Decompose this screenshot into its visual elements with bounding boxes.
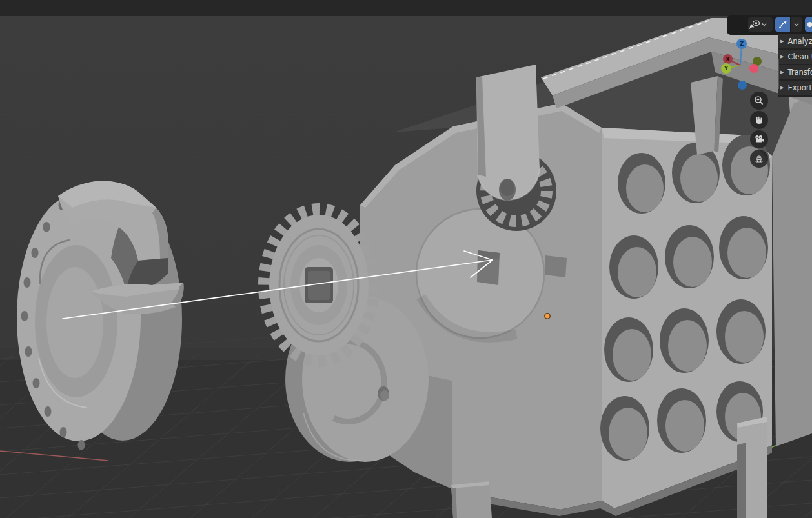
foot-right bbox=[737, 417, 767, 518]
pan-button[interactable] bbox=[750, 111, 768, 129]
camera-view-button[interactable] bbox=[750, 130, 768, 148]
foot-front bbox=[451, 481, 492, 518]
sidebar-scroll-indicator[interactable] bbox=[778, 59, 779, 89]
spur-gear bbox=[265, 210, 373, 361]
sidebar-item-label: Analyze bbox=[787, 37, 812, 46]
object-origin-dot[interactable] bbox=[545, 314, 550, 319]
collapse-triangle-icon: ▶ bbox=[780, 70, 784, 75]
sidebar-item-export[interactable]: ▶ Export bbox=[778, 81, 812, 95]
perspective-grid-button[interactable] bbox=[750, 150, 768, 168]
overlays-dropdown-button[interactable] bbox=[791, 17, 802, 32]
gizmo-axis-x[interactable]: X bbox=[723, 54, 733, 64]
flange-hook bbox=[17, 181, 184, 450]
viewport-tools bbox=[750, 92, 768, 169]
blender-viewport: ▶ Analyze ▶ Clean Up ▶ Transform ▶ Expor… bbox=[0, 0, 812, 518]
grid-plane-icon bbox=[754, 154, 764, 164]
shading-mode-button[interactable] bbox=[805, 17, 812, 32]
navigation-gizmo[interactable]: X Z Y bbox=[707, 34, 778, 95]
collapse-triangle-icon: ▶ bbox=[780, 54, 784, 59]
sidebar-panel: ▶ Analyze ▶ Clean Up ▶ Transform ▶ Expor… bbox=[778, 34, 812, 97]
arc-arrow-icon bbox=[778, 19, 788, 30]
chevron-down-icon bbox=[761, 22, 767, 27]
sidebar-item-label: Transform bbox=[787, 68, 812, 77]
gizmo-eye-icon bbox=[748, 19, 761, 30]
show-overlays-button[interactable] bbox=[775, 17, 790, 32]
movie-camera-icon bbox=[754, 134, 764, 144]
magnifier-plus-icon bbox=[754, 95, 764, 106]
zoom-button[interactable] bbox=[750, 92, 768, 110]
sidebar-item-clean-up[interactable]: ▶ Clean Up bbox=[778, 50, 812, 64]
topbar bbox=[0, 0, 812, 16]
sidebar-item-label: Export bbox=[787, 83, 812, 92]
gizmo-axis-y[interactable]: Y bbox=[721, 63, 731, 74]
collapse-triangle-icon: ▶ bbox=[780, 39, 784, 44]
hand-icon bbox=[754, 115, 764, 125]
gizmo-axis-z[interactable]: Z bbox=[736, 39, 747, 49]
collapse-triangle-icon: ▶ bbox=[780, 85, 784, 90]
sphere-icon bbox=[805, 19, 812, 30]
sidebar-item-label: Clean Up bbox=[787, 52, 812, 61]
chevron-down-icon bbox=[793, 22, 800, 27]
scene-3d bbox=[0, 0, 812, 518]
sidebar-item-analyze[interactable]: ▶ Analyze bbox=[778, 34, 812, 48]
show-gizmos-button[interactable] bbox=[748, 17, 773, 32]
sidebar-item-transform[interactable]: ▶ Transform bbox=[778, 65, 812, 79]
